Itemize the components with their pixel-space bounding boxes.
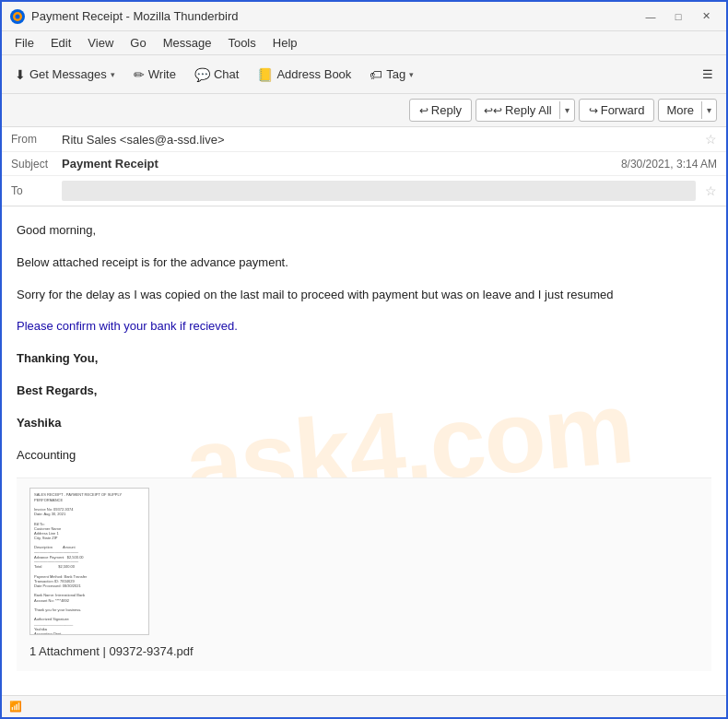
get-messages-icon: ⬇: [15, 67, 26, 82]
email-body-wrapper[interactable]: ask4.com Good morning, Below attached re…: [2, 206, 726, 695]
window-title: Payment Receipt - Mozilla Thunderbird: [31, 9, 638, 23]
from-row: From Ritu Sales <sales@a-ssd.live> ☆: [2, 127, 726, 152]
chat-button[interactable]: 💬 Chat: [187, 64, 246, 86]
statusbar: 📶: [2, 695, 726, 717]
email-date: 8/30/2021, 3:14 AM: [621, 158, 717, 171]
app-icon: [9, 8, 26, 25]
get-messages-arrow: ▾: [111, 70, 115, 79]
pdf-preview: SALES RECEIPT - PAYMENT RECEIPT OF SUPPL…: [30, 489, 148, 634]
status-icon: 📶: [9, 701, 22, 713]
more-button[interactable]: More ▾: [658, 99, 717, 122]
chat-label: Chat: [214, 67, 239, 81]
address-book-button[interactable]: 📒 Address Book: [250, 64, 358, 86]
subject-value: Payment Receipt: [62, 157, 621, 171]
forward-button[interactable]: ↪ Forward: [579, 99, 655, 122]
more-main[interactable]: More: [659, 100, 701, 121]
sig-line2: Best Regards,: [17, 382, 711, 401]
write-button[interactable]: ✏ Write: [126, 64, 183, 86]
menu-go[interactable]: Go: [123, 34, 153, 52]
toolbar: ⬇ Get Messages ▾ ✏ Write 💬 Chat 📒 Addres…: [2, 55, 726, 94]
to-star-icon[interactable]: ☆: [705, 183, 717, 198]
email-content: Good morning, Below attached receipt is …: [17, 221, 711, 671]
to-row: To ☆: [2, 176, 726, 206]
address-book-icon: 📒: [257, 67, 273, 82]
tag-arrow: ▾: [409, 70, 414, 79]
paragraph3: Please confirm with your bank if recieve…: [17, 317, 711, 336]
address-book-label: Address Book: [276, 67, 351, 81]
close-button[interactable]: ✕: [693, 7, 719, 26]
attachment-thumbnail[interactable]: SALES RECEIPT - PAYMENT RECEIPT OF SUPPL…: [29, 488, 149, 635]
forward-icon: ↪: [589, 104, 598, 117]
sig-line1: Thanking You,: [17, 349, 711, 369]
sig-line3: Yashika: [17, 414, 711, 433]
subject-label: Subject: [11, 158, 62, 171]
chat-icon: 💬: [194, 67, 210, 82]
more-label: More: [666, 103, 694, 117]
minimize-button[interactable]: —: [638, 7, 663, 26]
star-icon[interactable]: ☆: [705, 132, 717, 147]
write-icon: ✏: [134, 67, 145, 82]
more-dropdown[interactable]: ▾: [701, 101, 716, 119]
tag-label: Tag: [386, 67, 405, 81]
sig-line4: Accounting: [17, 446, 711, 466]
from-label: From: [11, 133, 62, 146]
tag-button[interactable]: 🏷 Tag ▾: [362, 64, 421, 86]
greeting: Good morning,: [17, 221, 711, 241]
attachment-area: SALES RECEIPT - PAYMENT RECEIPT OF SUPPL…: [17, 477, 711, 671]
tag-icon: 🏷: [370, 67, 382, 82]
paragraph1: Below attached receipt is for the advanc…: [17, 253, 711, 273]
reply-all-icon: ↩↩: [484, 104, 502, 117]
menu-view[interactable]: View: [80, 34, 121, 52]
menu-file[interactable]: File: [7, 34, 41, 52]
menubar: File Edit View Go Message Tools Help: [2, 31, 726, 55]
to-label: To: [11, 184, 62, 197]
reply-button[interactable]: ↩ Reply: [409, 99, 472, 122]
hamburger-menu-button[interactable]: ☰: [695, 64, 721, 85]
maximize-button[interactable]: □: [665, 7, 691, 26]
reply-label: Reply: [431, 103, 462, 117]
get-messages-button[interactable]: ⬇ Get Messages ▾: [7, 64, 123, 86]
to-field: [62, 181, 696, 201]
write-label: Write: [148, 67, 176, 81]
paragraph2: Sorry for the delay as I was copied on t…: [17, 286, 711, 305]
reply-icon: ↩: [419, 104, 429, 117]
subject-row: Subject Payment Receipt 8/30/2021, 3:14 …: [2, 152, 726, 176]
reply-all-dropdown[interactable]: ▾: [559, 101, 574, 119]
get-messages-label: Get Messages: [29, 67, 107, 81]
reply-all-label: Reply All: [505, 103, 552, 117]
email-body: ask4.com Good morning, Below attached re…: [2, 206, 726, 686]
svg-point-2: [16, 14, 20, 18]
reply-all-main[interactable]: ↩↩ Reply All: [476, 100, 559, 121]
titlebar: Payment Receipt - Mozilla Thunderbird — …: [2, 2, 726, 31]
menu-help[interactable]: Help: [265, 34, 305, 52]
menu-tools[interactable]: Tools: [220, 34, 263, 52]
reply-all-button[interactable]: ↩↩ Reply All ▾: [476, 99, 575, 122]
main-window: Payment Receipt - Mozilla Thunderbird — …: [0, 0, 728, 719]
window-controls: — □ ✕: [638, 7, 719, 26]
from-value: Ritu Sales <sales@a-ssd.live>: [62, 133, 699, 147]
forward-label: Forward: [601, 103, 645, 117]
email-signature: Thanking You, Best Regards, Yashika Acco…: [17, 349, 711, 465]
attachment-info: 1 Attachment | 09372-9374.pdf: [29, 642, 699, 662]
hamburger-icon: ☰: [702, 67, 713, 81]
action-bar: ↩ Reply ↩↩ Reply All ▾ ↪ Forward More ▾: [2, 94, 726, 127]
email-header: From Ritu Sales <sales@a-ssd.live> ☆ Sub…: [2, 127, 726, 206]
menu-message[interactable]: Message: [156, 34, 219, 52]
menu-edit[interactable]: Edit: [43, 34, 78, 52]
